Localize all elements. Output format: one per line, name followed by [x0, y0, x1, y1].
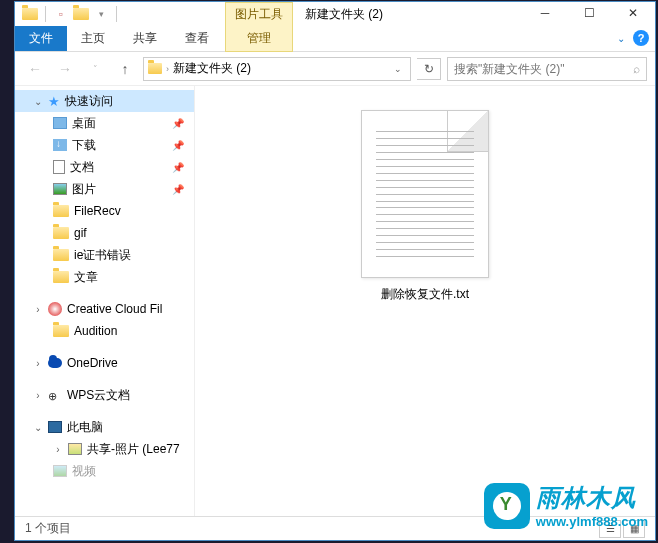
- desktop-icon: [53, 117, 67, 129]
- pin-icon: 📌: [172, 118, 184, 129]
- sidebar-wps[interactable]: ›⊕WPS云文档: [15, 384, 194, 406]
- sidebar-item-label: 桌面: [72, 115, 96, 132]
- sidebar-item-downloads[interactable]: 下载📌: [15, 134, 194, 156]
- window-controls: ─ ☐ ✕: [523, 2, 655, 24]
- sidebar-item-label: ie证书错误: [74, 247, 131, 264]
- expand-icon[interactable]: ›: [33, 358, 43, 369]
- sidebar-item-label: FileRecv: [74, 204, 121, 218]
- sidebar-item-label: OneDrive: [67, 356, 118, 370]
- search-box[interactable]: ⌕: [447, 57, 647, 81]
- video-icon: [53, 465, 67, 477]
- expand-icon[interactable]: ›: [33, 390, 43, 401]
- breadcrumb: 新建文件夹 (2): [173, 60, 386, 77]
- ribbon-tabs: 文件 主页 共享 查看 管理 ⌄ ?: [15, 26, 655, 52]
- maximize-button[interactable]: ☐: [567, 2, 611, 24]
- sidebar-item-pictures[interactable]: 图片📌: [15, 178, 194, 200]
- tab-home[interactable]: 主页: [67, 26, 119, 51]
- pin-icon: 📌: [172, 162, 184, 173]
- onedrive-icon: [48, 358, 62, 368]
- sidebar-item-gif[interactable]: gif: [15, 222, 194, 244]
- close-button[interactable]: ✕: [611, 2, 655, 24]
- qat-folder-icon[interactable]: [72, 5, 90, 23]
- titlebar: ▫ ▾ 图片工具 新建文件夹 (2) ─ ☐ ✕: [15, 2, 655, 26]
- breadcrumb-item[interactable]: 新建文件夹 (2): [173, 60, 251, 77]
- back-button[interactable]: ←: [23, 57, 47, 81]
- wps-icon: ⊕: [48, 390, 62, 400]
- chevron-right-icon[interactable]: ›: [166, 64, 169, 74]
- sidebar-item-documents[interactable]: 文档📌: [15, 156, 194, 178]
- picture-icon: [53, 183, 67, 195]
- sidebar-creative-cloud[interactable]: ›Creative Cloud Fil: [15, 298, 194, 320]
- quick-access-toolbar: ▫ ▾: [15, 5, 121, 23]
- divider: [116, 6, 117, 22]
- icons-view-button[interactable]: ▦: [623, 520, 645, 538]
- refresh-button[interactable]: ↻: [417, 58, 441, 80]
- help-icon[interactable]: ?: [633, 30, 649, 46]
- sidebar-quick-access[interactable]: ⌄ ★ 快速访问: [15, 90, 194, 112]
- document-icon: [53, 160, 65, 174]
- qat-dropdown-icon[interactable]: ▾: [92, 5, 110, 23]
- folder-icon: [53, 325, 69, 337]
- sidebar-audition[interactable]: Audition: [15, 320, 194, 342]
- pc-icon: [48, 421, 62, 433]
- explorer-window: ▫ ▾ 图片工具 新建文件夹 (2) ─ ☐ ✕ 文件 主页 共享 查看 管理 …: [14, 1, 656, 541]
- forward-button[interactable]: →: [53, 57, 77, 81]
- star-icon: ★: [48, 94, 60, 109]
- ribbon-collapse-icon[interactable]: ⌄: [617, 33, 625, 44]
- sidebar-item-desktop[interactable]: 桌面📌: [15, 112, 194, 134]
- navigation-bar: ← → ˅ ↑ › 新建文件夹 (2) ⌄ ↻ ⌕: [15, 52, 655, 86]
- properties-icon[interactable]: ▫: [52, 5, 70, 23]
- folder-icon: [53, 205, 69, 217]
- sidebar-item-label: 视频: [72, 463, 96, 480]
- folder-icon: [53, 227, 69, 239]
- details-view-button[interactable]: ☰: [599, 520, 621, 538]
- collapse-icon[interactable]: ⌄: [33, 96, 43, 107]
- sidebar-item-label: WPS云文档: [67, 387, 130, 404]
- folder-icon: [53, 249, 69, 261]
- pin-icon: 📌: [172, 184, 184, 195]
- download-icon: [53, 139, 67, 151]
- sidebar-videos[interactable]: 视频: [15, 460, 194, 482]
- sidebar-item-ie[interactable]: ie证书错误: [15, 244, 194, 266]
- address-bar[interactable]: › 新建文件夹 (2) ⌄: [143, 57, 411, 81]
- creative-cloud-icon: [48, 302, 62, 316]
- file-name: 删除恢复文件.txt: [381, 286, 469, 303]
- sidebar-item-label: gif: [74, 226, 87, 240]
- address-dropdown-icon[interactable]: ⌄: [390, 64, 406, 74]
- collapse-icon[interactable]: ⌄: [33, 422, 43, 433]
- sidebar-item-label: 此电脑: [67, 419, 103, 436]
- sidebar-item-article[interactable]: 文章: [15, 266, 194, 288]
- tab-manage[interactable]: 管理: [225, 26, 293, 52]
- expand-icon[interactable]: ›: [33, 304, 43, 315]
- text-file-icon: [361, 110, 489, 278]
- navigation-pane: ⌄ ★ 快速访问 桌面📌 下载📌 文档📌 图片📌 FileRecv gif ie…: [15, 86, 195, 516]
- pin-icon: 📌: [172, 140, 184, 151]
- sidebar-this-pc[interactable]: ⌄此电脑: [15, 416, 194, 438]
- file-list[interactable]: 删除恢复文件.txt: [195, 86, 655, 516]
- folder-icon: [53, 271, 69, 283]
- tool-tab-label: 图片工具: [235, 6, 283, 23]
- search-input[interactable]: [454, 62, 633, 76]
- sidebar-item-label: 共享-照片 (Lee77: [87, 441, 180, 458]
- sidebar-item-filerecv[interactable]: FileRecv: [15, 200, 194, 222]
- file-item[interactable]: 删除恢复文件.txt: [361, 110, 489, 303]
- tab-view[interactable]: 查看: [171, 26, 223, 51]
- sidebar-item-label: 文章: [74, 269, 98, 286]
- status-bar: 1 个项目 ☰ ▦: [15, 516, 655, 540]
- sidebar-shared-photos[interactable]: ›共享-照片 (Lee77: [15, 438, 194, 460]
- tab-share[interactable]: 共享: [119, 26, 171, 51]
- sidebar-item-label: Creative Cloud Fil: [67, 302, 162, 316]
- contextual-tab-header: 图片工具: [225, 2, 293, 26]
- minimize-button[interactable]: ─: [523, 2, 567, 24]
- window-title: 新建文件夹 (2): [305, 6, 383, 23]
- sidebar-onedrive[interactable]: ›OneDrive: [15, 352, 194, 374]
- up-button[interactable]: ↑: [113, 57, 137, 81]
- expand-icon[interactable]: ›: [53, 444, 63, 455]
- sidebar-item-label: 下载: [72, 137, 96, 154]
- recent-dropdown-icon[interactable]: ˅: [83, 57, 107, 81]
- search-icon[interactable]: ⌕: [633, 62, 640, 76]
- divider: [45, 6, 46, 22]
- tab-file[interactable]: 文件: [15, 26, 67, 51]
- sidebar-item-label: 快速访问: [65, 93, 113, 110]
- folder-icon[interactable]: [21, 5, 39, 23]
